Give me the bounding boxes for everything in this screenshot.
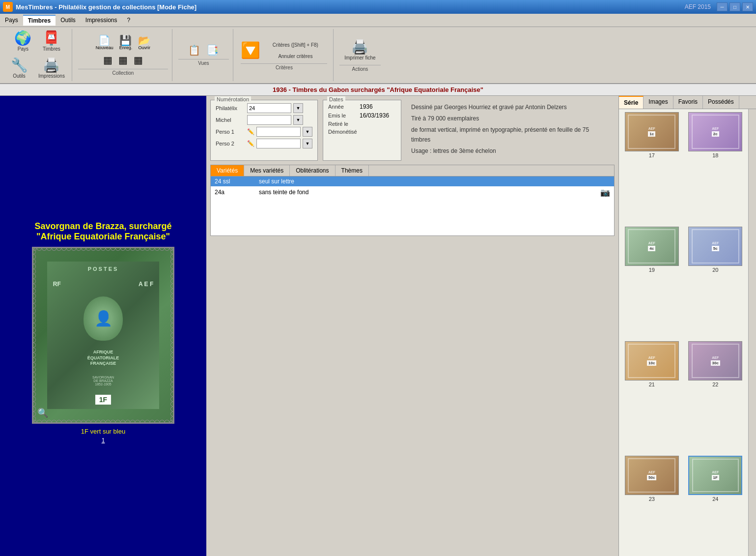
perso1-label: Perso 1	[216, 129, 245, 135]
grid2-icon: ▦	[118, 55, 128, 65]
thumb-20[interactable]: AEF5c 20	[686, 227, 746, 337]
tab-images[interactable]: Images	[644, 96, 673, 109]
thumb-21[interactable]: AEF10c 21	[622, 341, 682, 452]
criteres-label: Critères ([Shift] + F8)	[273, 42, 318, 48]
tab-varietes[interactable]: Variétés	[211, 165, 244, 176]
tab-obliterations[interactable]: Oblitérations	[290, 165, 335, 176]
perso2-row: Perso 2 ✏️ ▼	[216, 139, 312, 148]
collection-grid2-button[interactable]: ▦	[116, 54, 130, 66]
minimize-button[interactable]: ─	[717, 2, 728, 11]
stamp-icon: 📮	[43, 31, 60, 45]
zoom-icon[interactable]: 🔍	[37, 408, 48, 418]
save-icon: 💾	[119, 35, 132, 45]
variety-image-icon-2: 📷	[600, 188, 610, 197]
stamp-postes-label: POSTES	[88, 266, 119, 272]
toolbar-criteres-group: 🔽 Critères ([Shift] + F8) Annuler critèr…	[235, 29, 334, 81]
thumb-22[interactable]: AEF30c 22	[686, 341, 746, 452]
michel-input[interactable]	[247, 115, 291, 125]
collection-grid3-button[interactable]: ▦	[132, 54, 145, 66]
menu-impressions[interactable]: Impressions	[81, 15, 122, 25]
form-area: Numérotation Philatélix ▼ Michel ▼ Perso…	[206, 96, 618, 165]
thumb-23[interactable]: AEF50c 23	[622, 456, 682, 556]
stamp-title: Savorgnan de Brazza, surchargé "Afrique …	[34, 221, 171, 242]
perso2-input[interactable]	[256, 139, 301, 148]
collection-new-button[interactable]: 📄 Nouveau	[94, 34, 115, 51]
thumb-img-24: AEF1F	[688, 456, 742, 495]
menu-pays[interactable]: Pays	[0, 15, 23, 25]
stamp-portrait: 👤	[84, 296, 123, 341]
thumb-24[interactable]: AEF1F 24	[686, 456, 746, 556]
stamp-inner: POSTES RFA E F 👤 AFRIQUEÉQUATORIALEFRANÇ…	[47, 262, 159, 410]
middle-panel: Numérotation Philatélix ▼ Michel ▼ Perso…	[206, 96, 618, 556]
open-icon: 📂	[138, 35, 150, 45]
variety-row-1[interactable]: 24 ssl seul sur lettre	[211, 176, 614, 186]
variety-desc-1: seul sur lettre	[259, 178, 610, 185]
toolbar-collection-group: 📄 Nouveau 💾 Enreg. 📂 Ouvrir ▦ ▦ ▦ Col	[74, 29, 172, 81]
philatelix-dropdown[interactable]: ▼	[293, 103, 303, 113]
criteres-group-label: Critères	[241, 63, 327, 70]
toolbar-outils-button[interactable]: 🔧 Outils	[7, 57, 31, 80]
maximize-button[interactable]: □	[729, 2, 740, 11]
perso1-row: Perso 1 ✏️ ▼	[216, 127, 312, 137]
toolbar-impressions-button[interactable]: 🖨️ Impressions	[35, 57, 68, 80]
title-bar: M MesTimbres - Philatélix gestion de col…	[0, 0, 756, 14]
thumb-18[interactable]: AEF2c 18	[686, 112, 746, 223]
thumb-num-17: 17	[649, 152, 655, 158]
tab-favoris[interactable]: Favoris	[673, 96, 703, 109]
tab-mes-varietes[interactable]: Mes variétés	[244, 165, 290, 176]
toolbar-pays-button[interactable]: 🌍 Pays	[11, 30, 35, 53]
collection-grid1-button[interactable]: ▦	[101, 54, 114, 66]
collection-group-label: Collection	[78, 69, 168, 76]
thumb-19[interactable]: AEF4c 19	[622, 227, 682, 337]
vues-group-label: Vues	[178, 59, 229, 66]
variety-code-2: 24a	[215, 189, 254, 196]
philatelix-input[interactable]	[247, 103, 291, 113]
perso2-edit-icon[interactable]: ✏️	[247, 140, 254, 147]
tab-themes[interactable]: Thèmes	[336, 165, 369, 176]
annee-label: Année	[328, 104, 358, 110]
retirele-label: Retiré le	[328, 121, 358, 127]
perso1-edit-icon[interactable]: ✏️	[247, 128, 254, 135]
vues-list-button[interactable]: 📋	[186, 44, 202, 56]
body-area: Savorgnan de Brazza, surchargé "Afrique …	[0, 96, 756, 556]
collection-open-button[interactable]: 📂 Ouvrir	[136, 34, 152, 51]
thumb-17[interactable]: AEF1c 17	[622, 112, 682, 223]
toolbar-outils-label: Outils	[13, 73, 26, 79]
variety-row-2[interactable]: 24a sans teinte de fond 📷	[211, 186, 614, 199]
thumbnails-scrollbar[interactable]	[748, 109, 756, 556]
criteres-button[interactable]: Critères ([Shift] + F8)	[263, 40, 327, 49]
tools-icon: 🔧	[11, 59, 28, 72]
annuler-criteres-button[interactable]: Annuler critères	[263, 51, 327, 60]
collection-save-button[interactable]: 💾 Enreg.	[117, 34, 135, 51]
varieties-table: 24 ssl seul sur lettre 24a sans teinte d…	[211, 176, 614, 235]
thumb-num-18: 18	[712, 152, 718, 158]
menu-outils[interactable]: Outils	[56, 15, 81, 25]
annuler-criteres-label: Annuler critères	[278, 54, 312, 59]
thumb-num-20: 20	[712, 267, 718, 273]
perso1-dropdown[interactable]: ▼	[303, 127, 312, 137]
tab-serie[interactable]: Série	[619, 96, 644, 109]
toolbar-timbres-button[interactable]: 📮 Timbres	[39, 30, 64, 53]
stamp-number[interactable]: 1	[102, 437, 105, 444]
thumbnails-area: AEF1c 17 AEF2c 18 AEF4c 19	[619, 109, 748, 556]
close-button[interactable]: ✕	[742, 2, 753, 11]
main-content: 1936 - Timbres du Gabon surchargés "Afri…	[0, 84, 756, 556]
emisle-row: Emis le 16/03/1936	[328, 112, 396, 119]
michel-dropdown[interactable]: ▼	[293, 115, 303, 125]
dates-group: Dates Année 1936 Emis le 16/03/1936 Reti…	[323, 100, 401, 161]
perso1-input[interactable]	[256, 127, 301, 137]
stamp-aef-text: AFRIQUEÉQUATORIALEFRANÇAISE	[87, 350, 119, 367]
menu-help[interactable]: ?	[122, 15, 136, 25]
tab-possedes[interactable]: Possédés	[703, 96, 739, 109]
stamp-image-container[interactable]: POSTES RFA E F 👤 AFRIQUEÉQUATORIALEFRANÇ…	[32, 247, 174, 424]
imprimer-fiche-button[interactable]: 🖨️ Imprimer fiche	[341, 39, 378, 62]
desc-line2: Tiré à 79 000 exemplaires	[411, 114, 610, 123]
left-panel: Savorgnan de Brazza, surchargé "Afrique …	[0, 96, 206, 556]
menu-timbres[interactable]: Timbres	[23, 15, 56, 26]
perso2-dropdown[interactable]: ▼	[303, 139, 312, 148]
variety-desc-2: sans teinte de fond	[259, 189, 595, 196]
variety-code-1: 24 ssl	[215, 178, 254, 185]
vues-detail-button[interactable]: 📑	[204, 44, 221, 56]
toolbar-timbres-label: Timbres	[43, 46, 60, 52]
thumb-img-20: AEF5c	[688, 227, 742, 266]
